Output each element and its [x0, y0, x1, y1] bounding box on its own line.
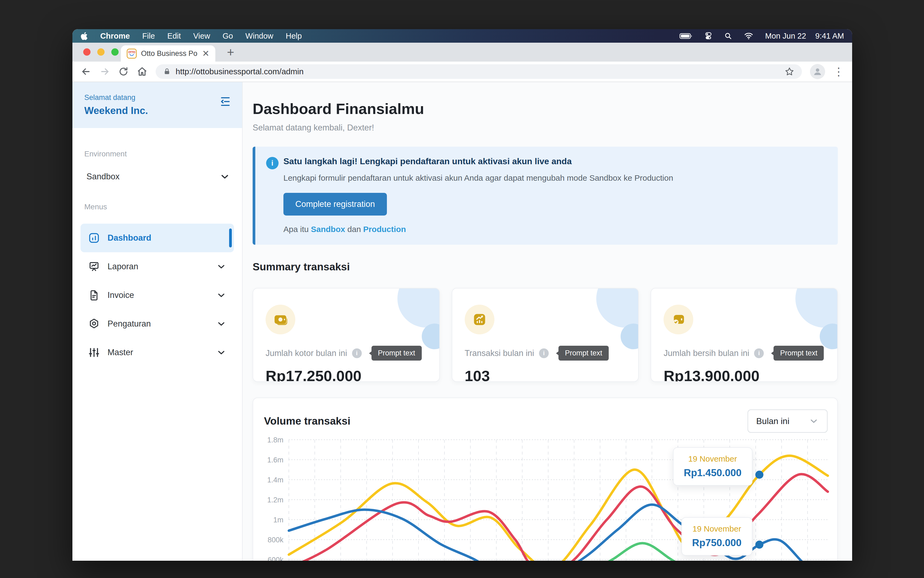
sidebar-item-master[interactable]: Master	[81, 338, 234, 367]
info-icon[interactable]: i	[539, 348, 549, 358]
tooltip-date: 19 November	[692, 524, 742, 533]
chart-up-icon	[465, 305, 494, 334]
menubar-item-file[interactable]: File	[142, 29, 155, 43]
home-button[interactable]	[137, 66, 148, 77]
page-title: Dashboard Finansialmu	[253, 100, 838, 117]
info-icon[interactable]: i	[352, 348, 362, 358]
card-value: Rp13.900.000	[664, 367, 828, 382]
menubar-item-chrome[interactable]: Chrome	[100, 29, 130, 43]
chevron-down-icon	[216, 290, 226, 300]
menubar-clock[interactable]: Mon Jun 22 9:41 AM	[765, 32, 844, 41]
wallet-check-icon	[664, 305, 693, 334]
sidebar-item-dashboard[interactable]: Dashboard	[81, 224, 234, 252]
banner-title: Satu langkah lagi! Lengkapi pendaftaran …	[283, 156, 827, 166]
otto-favicon-icon: OTTO	[127, 49, 137, 58]
sidebar-item-label: Laporan	[107, 262, 138, 271]
decorative-circle	[796, 288, 838, 328]
lock-icon	[163, 68, 171, 75]
menubar-item-edit[interactable]: Edit	[167, 29, 181, 43]
tab-strip: OTTO Otto Business Portal ✕ +	[72, 43, 852, 62]
period-filter-dropdown[interactable]: Bulan ini	[748, 409, 828, 433]
chart-title: Volume transaksi	[264, 415, 351, 427]
production-link[interactable]: Production	[363, 225, 406, 234]
period-filter-value: Bulan ini	[756, 416, 789, 426]
bookmark-star-icon[interactable]	[784, 67, 794, 76]
reload-button[interactable]	[119, 67, 128, 77]
card-value: 103	[465, 367, 629, 382]
dashboard-icon	[88, 232, 100, 244]
sidebar-item-invoice[interactable]: Invoice	[81, 281, 234, 310]
minimize-window-button[interactable]	[97, 48, 105, 56]
forward-button[interactable]	[99, 66, 110, 77]
address-bar[interactable]: http://ottobusinessportal.com/admin	[156, 64, 802, 79]
menubar-item-go[interactable]: Go	[222, 29, 233, 43]
zoom-window-button[interactable]	[111, 48, 119, 56]
report-icon	[88, 261, 100, 273]
menubar-item-view[interactable]: View	[193, 29, 210, 43]
y-axis-tick: 1.4m	[267, 476, 283, 484]
back-button[interactable]	[81, 66, 91, 77]
y-axis-tick: 1.8m	[267, 436, 283, 444]
menubar-item-window[interactable]: Window	[245, 29, 273, 43]
tab-close-icon[interactable]: ✕	[202, 49, 209, 58]
info-icon[interactable]: i	[754, 348, 764, 358]
page-body: Selamat datang Weekend Inc. Environment …	[72, 82, 852, 561]
complete-registration-button[interactable]: Complete registration	[283, 193, 387, 216]
volume-chart-card: Volume transaksi Bulan ini 1.8m1.6m1.4m1…	[253, 398, 838, 561]
sidebar-item-label: Dashboard	[107, 233, 151, 243]
summary-heading: Summary transaksi	[253, 261, 838, 273]
sliders-icon	[88, 346, 100, 359]
summary-card-transactions: Transaksi bulan ini i Prompt text 103	[452, 288, 639, 382]
browser-tab[interactable]: OTTO Otto Business Portal ✕	[121, 45, 215, 62]
sidebar-item-label: Pengaturan	[107, 319, 151, 329]
environment-select[interactable]: Sandbox	[86, 171, 230, 182]
chevron-down-icon	[809, 416, 819, 426]
company-name: Weekend Inc.	[84, 105, 148, 117]
data-point-marker	[755, 541, 763, 549]
footnote-prefix: Apa itu	[283, 225, 309, 234]
invoice-icon	[88, 289, 100, 301]
control-center-icon[interactable]	[704, 32, 713, 40]
sidebar-item-laporan[interactable]: Laporan	[81, 252, 234, 281]
summary-card-gross: Jumlah kotor bulan ini i Prompt text Rp1…	[253, 288, 440, 382]
tab-title: Otto Business Portal	[141, 49, 198, 58]
menubar-item-help[interactable]: Help	[286, 29, 302, 43]
chevron-down-icon	[216, 261, 226, 272]
browser-menu-icon[interactable]: ⋮	[833, 66, 844, 77]
settings-icon	[88, 318, 100, 330]
new-tab-button[interactable]: +	[227, 45, 234, 59]
section-label-environment: Environment	[84, 149, 234, 158]
profile-avatar[interactable]	[810, 64, 825, 79]
y-axis-tick: 1.2m	[267, 496, 283, 504]
sidebar: Selamat datang Weekend Inc. Environment …	[72, 82, 243, 561]
y-axis-tick: 1.6m	[267, 456, 283, 464]
tooltip-date: 19 November	[684, 454, 742, 463]
menubar-date: Mon Jun 22	[765, 32, 806, 41]
apple-logo-icon[interactable]	[81, 32, 88, 41]
close-window-button[interactable]	[83, 48, 91, 56]
registration-banner: i Satu langkah lagi! Lengkapi pendaftara…	[253, 147, 838, 245]
card-value: Rp17.250.000	[266, 367, 430, 382]
decorative-circle	[398, 288, 440, 328]
banner-footnote: Apa itu Sandbox dan Production	[283, 225, 827, 234]
card-label: Transaksi bulan ini	[465, 348, 534, 358]
tooltip-value: Rp1.450.000	[684, 467, 742, 479]
sidebar-item-pengaturan[interactable]: Pengaturan	[81, 310, 234, 338]
collapse-sidebar-icon[interactable]	[219, 95, 232, 128]
summary-cards: Jumlah kotor bulan ini i Prompt text Rp1…	[253, 288, 838, 382]
cash-icon	[266, 305, 295, 334]
chevron-down-icon	[216, 319, 226, 329]
line-chart[interactable]: 1.8m1.6m1.4m1.2m1m800k600k19 NovemberRp1…	[253, 434, 837, 561]
spotlight-search-icon[interactable]	[724, 32, 732, 40]
chart-tooltip: 19 NovemberRp1.450.000	[673, 447, 752, 485]
tooltip-value: Rp750.000	[692, 537, 742, 549]
page-subtitle: Selamat datang kembali, Dexter!	[253, 123, 838, 133]
sidebar-item-label: Invoice	[107, 291, 134, 300]
info-icon: i	[266, 157, 279, 169]
wifi-icon[interactable]	[744, 32, 753, 40]
sandbox-link[interactable]: Sandbox	[311, 225, 345, 234]
battery-icon[interactable]	[679, 32, 692, 39]
card-label: Jumlah bersih bulan ini	[664, 348, 749, 358]
chart-tooltip: 19 NovemberRp750.000	[681, 517, 752, 555]
sidebar-header: Selamat datang Weekend Inc.	[72, 82, 242, 128]
